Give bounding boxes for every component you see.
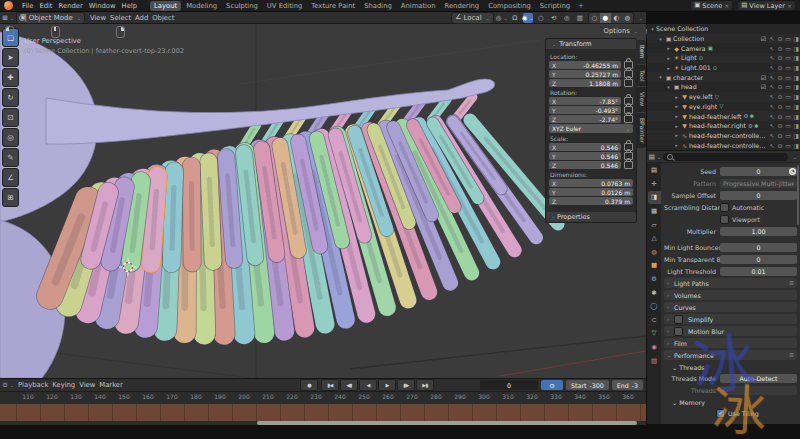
outliner-row[interactable]: ▸∿head-feather-controller.right↖⊙▭◨ bbox=[647, 140, 800, 150]
properties-tab-scene[interactable]: △ bbox=[648, 232, 661, 245]
timeline-editor-type-icon[interactable]: ⊙⌄ bbox=[3, 380, 13, 390]
hide-icon[interactable]: ⊙ bbox=[776, 122, 784, 129]
expand-icon[interactable]: ▸ bbox=[673, 123, 680, 129]
outliner-row[interactable]: ▾▣head☑↖⊙▭◨ bbox=[647, 82, 800, 92]
transform-value-field[interactable]: Y0.25727 m bbox=[549, 70, 621, 78]
hide-icon[interactable]: ⊙ bbox=[776, 113, 784, 120]
prop-value-field[interactable]: 0 bbox=[720, 191, 797, 200]
viewport-disable-icon[interactable]: ▭ bbox=[784, 113, 792, 120]
workspace-tab-compositing[interactable]: Compositing bbox=[484, 1, 535, 11]
viewport-disable-icon[interactable]: ▭ bbox=[784, 54, 792, 61]
timeline-menu-keying[interactable]: Keying bbox=[50, 381, 77, 389]
properties-tab-physics[interactable]: ◯ bbox=[648, 300, 661, 313]
workspace-tab-rendering[interactable]: Rendering bbox=[440, 1, 483, 11]
hide-icon[interactable]: ⊙ bbox=[776, 103, 784, 110]
threads-mode-dropdown[interactable]: Auto-Detect ⌄ bbox=[720, 374, 797, 383]
selectable-icon[interactable]: ↖ bbox=[768, 132, 776, 139]
collapse-icon[interactable]: ▾ bbox=[657, 36, 664, 42]
frame-end-field[interactable]: End -3 bbox=[612, 380, 643, 390]
viewport-menu-select[interactable]: Select bbox=[108, 14, 133, 22]
menu-edit[interactable]: Edit bbox=[36, 2, 55, 10]
shading-material-icon[interactable]: ◐ bbox=[611, 13, 622, 23]
proportional-edit-icon[interactable]: ○ bbox=[536, 13, 546, 23]
render-disable-icon[interactable]: ◨ bbox=[792, 35, 800, 42]
transform-value-field[interactable]: Z-2.74° bbox=[549, 115, 621, 123]
jump-to-end-button[interactable]: ▶▮ bbox=[416, 379, 434, 391]
use-tiling-checkbox[interactable]: ✓ bbox=[716, 409, 725, 418]
expand-icon[interactable]: ▸ bbox=[665, 55, 672, 61]
render-disable-icon[interactable]: ◨ bbox=[792, 122, 800, 129]
render-disable-icon[interactable]: ◨ bbox=[792, 64, 800, 71]
render-disable-icon[interactable]: ◨ bbox=[792, 54, 800, 61]
section-volumes[interactable]: ›Volumes bbox=[664, 290, 797, 300]
properties-tab-object-data[interactable]: ▽ bbox=[648, 327, 661, 340]
render-disable-icon[interactable]: ◨ bbox=[792, 103, 800, 110]
collection-checkbox[interactable]: ☑ bbox=[759, 35, 768, 42]
menu-render[interactable]: Render bbox=[56, 2, 86, 10]
tool-annotate[interactable]: ✎ bbox=[2, 148, 19, 167]
hide-icon[interactable]: ⊙ bbox=[776, 93, 784, 100]
section-motion-blur[interactable]: ›Motion Blur bbox=[664, 326, 797, 336]
outliner-row[interactable]: ▾▣character☑↖⊙▭◨ bbox=[647, 72, 800, 82]
play-button[interactable]: ▶ bbox=[378, 379, 396, 391]
transform-value-field[interactable]: X-7.85° bbox=[549, 97, 621, 105]
properties-editor-type-icon[interactable]: ▤⌄ bbox=[650, 152, 660, 162]
section-checkbox[interactable] bbox=[674, 315, 683, 324]
shading-solid-icon[interactable]: ● bbox=[600, 13, 611, 23]
hide-icon[interactable]: ⊙ bbox=[776, 142, 784, 149]
transform-value-field[interactable]: Y0.0126 m bbox=[549, 188, 633, 196]
transform-value-field[interactable]: Y0.546 bbox=[549, 152, 621, 160]
selectable-icon[interactable]: ↖ bbox=[768, 113, 776, 120]
viewport-disable-icon[interactable]: ▭ bbox=[784, 132, 792, 139]
add-workspace-button[interactable]: + bbox=[575, 2, 587, 10]
properties-scrollbar[interactable] bbox=[797, 165, 799, 225]
outliner-row[interactable]: ▸☀Light.001⊙↖⊙▭◨ bbox=[647, 63, 800, 73]
properties-tab-view-layer[interactable]: ▱ bbox=[648, 218, 661, 231]
pivot-point-icon[interactable]: ◎⌄ bbox=[497, 13, 507, 23]
outliner-row[interactable]: ▸☀Light⊙↖⊙▭◨ bbox=[647, 53, 800, 63]
tool-cursor[interactable]: ➤ bbox=[2, 48, 19, 67]
transform-value-field[interactable]: X0.546 bbox=[549, 143, 621, 151]
section-curves[interactable]: ›Curves bbox=[664, 302, 797, 312]
hide-icon[interactable]: ⊙ bbox=[776, 54, 784, 61]
rotation-mode-dropdown[interactable]: XYZ Euler⌄ bbox=[549, 124, 633, 133]
prop-value-field[interactable]: 0 bbox=[720, 243, 797, 252]
lock-icon[interactable] bbox=[624, 161, 633, 169]
viewport-menu-add[interactable]: Add bbox=[133, 14, 150, 22]
expand-icon[interactable]: ▸ bbox=[673, 132, 680, 138]
expand-icon[interactable]: ▸ bbox=[673, 142, 680, 148]
seed-animate-toggle-icon[interactable]: ◔ bbox=[789, 168, 796, 175]
collection-checkbox[interactable]: ☑ bbox=[759, 74, 768, 81]
hide-icon[interactable]: ⊙ bbox=[776, 74, 784, 81]
hide-icon[interactable]: ⊙ bbox=[776, 35, 784, 42]
workspace-tab-modeling[interactable]: Modeling bbox=[182, 1, 221, 11]
viewport-disable-icon[interactable]: ▭ bbox=[784, 122, 792, 129]
jump-to-start-button[interactable]: ▮◀ bbox=[321, 379, 339, 391]
blender-logo-icon[interactable] bbox=[4, 1, 13, 10]
expand-icon[interactable]: ▸ bbox=[665, 65, 672, 71]
lock-icon[interactable] bbox=[624, 115, 633, 123]
viewport-disable-icon[interactable]: ▭ bbox=[784, 93, 792, 100]
threads-subsection-header[interactable]: ⌄Threads bbox=[664, 362, 797, 372]
selectable-icon[interactable]: ↖ bbox=[768, 83, 776, 90]
current-frame-field[interactable]: 0 bbox=[480, 380, 538, 390]
transform-value-field[interactable]: X0.0763 m bbox=[549, 179, 633, 187]
properties-search-input[interactable] bbox=[663, 153, 788, 161]
shading-dropdown-icon[interactable]: ⌄ bbox=[639, 15, 643, 21]
workspace-tab-texture-paint[interactable]: Texture Paint bbox=[307, 1, 359, 11]
tool-add-cube[interactable]: ⊞ bbox=[2, 188, 19, 207]
expand-icon[interactable]: ▸ bbox=[665, 45, 672, 51]
tool-rotate[interactable]: ↻ bbox=[2, 88, 19, 107]
viewport-menu-view[interactable]: View bbox=[88, 14, 108, 22]
transform-value-field[interactable]: Z1.1808 m bbox=[549, 79, 621, 87]
viewport-menu-object[interactable]: Object bbox=[150, 14, 176, 22]
prop-value-field[interactable]: 0.01 bbox=[720, 267, 797, 276]
timeline-ruler[interactable]: 1101201301401501601701801902002102202302… bbox=[0, 392, 646, 404]
next-keyframe-button[interactable]: ▮▶ bbox=[397, 379, 415, 391]
scene-selector[interactable]: ▣ Scene × bbox=[690, 0, 733, 11]
selectable-icon[interactable]: ↖ bbox=[768, 54, 776, 61]
viewport-disable-icon[interactable]: ▭ bbox=[784, 83, 792, 90]
properties-tab-tool[interactable]: ✛ bbox=[648, 178, 661, 191]
selectable-icon[interactable]: ↖ bbox=[768, 45, 776, 52]
outliner-row[interactable]: ▾Scene Collection bbox=[647, 24, 800, 34]
